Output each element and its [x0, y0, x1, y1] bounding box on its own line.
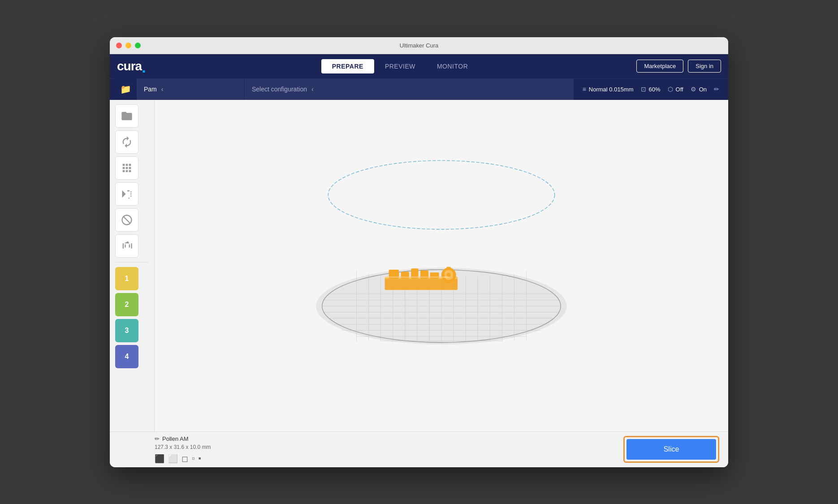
maximize-button[interactable]	[135, 43, 141, 48]
scale-tool[interactable]	[115, 156, 138, 180]
app-logo: cura.	[117, 59, 146, 73]
minimize-button[interactable]	[125, 43, 131, 48]
adhesion-setting[interactable]: ⚙ On	[691, 86, 707, 93]
printer-section[interactable]: Pam ‹	[137, 79, 244, 100]
folder-section[interactable]: 📁	[114, 78, 137, 100]
material-4[interactable]: 4	[115, 345, 138, 368]
svg-rect-39	[441, 273, 445, 277]
object-tools: ⬛ ⬜ ◻ ▫ ▪	[155, 454, 211, 464]
left-sidebar: 1 2 3 4	[110, 100, 155, 431]
object-name-text: Pollen AM	[162, 435, 189, 442]
rotate-tool-icon[interactable]: ◻	[181, 454, 188, 464]
svg-rect-40	[453, 273, 456, 277]
viewport[interactable]	[155, 100, 728, 431]
nav-tabs: PREPARE PREVIEW MONITOR	[164, 59, 637, 73]
quality-icon: ≡	[583, 86, 586, 93]
svg-point-36	[447, 273, 451, 277]
infill-icon: ⊡	[641, 86, 646, 93]
adhesion-label: On	[699, 86, 707, 93]
open-file-tool[interactable]	[115, 104, 138, 128]
sidebar-divider	[115, 262, 149, 263]
close-button[interactable]	[116, 43, 122, 48]
signin-button[interactable]: Sign in	[688, 60, 721, 73]
object-name-row: ✏ Pollen AM	[155, 435, 211, 442]
material-4-label: 4	[125, 353, 129, 361]
window-title: Ultimaker Cura	[400, 42, 439, 49]
toolbar: 📁 Pam ‹ Select configuration ‹ ≡ Normal …	[110, 78, 728, 100]
printer-chevron: ‹	[161, 86, 164, 93]
tab-preview[interactable]: PREVIEW	[374, 59, 426, 73]
quality-setting[interactable]: ≡ Normal 0.015mm	[583, 86, 634, 93]
slice-button[interactable]: Slice	[626, 439, 716, 460]
support-blocker-tool[interactable]	[115, 208, 138, 232]
support-icon: ⬡	[668, 86, 673, 93]
duplicate-tool-icon[interactable]: ▪	[198, 454, 201, 463]
settings-edit-icon[interactable]: ✏	[714, 86, 719, 93]
svg-point-0	[328, 160, 554, 229]
scale-tool-icon[interactable]: ⬜	[168, 454, 178, 464]
traffic-lights	[116, 43, 141, 48]
config-text: Select configuration	[252, 86, 307, 93]
support-label: Off	[676, 86, 683, 93]
svg-rect-37	[447, 267, 451, 270]
settings-section: ≡ Normal 0.015mm ⊡ 60% ⬡ Off ⚙ On ✏	[574, 86, 728, 93]
config-chevron: ‹	[311, 86, 314, 93]
config-section[interactable]: Select configuration ‹	[244, 79, 574, 100]
printer-name: Pam	[144, 86, 157, 93]
tab-prepare[interactable]: PREPARE	[321, 59, 374, 73]
infill-label: 60%	[649, 86, 661, 93]
material-2[interactable]: 2	[115, 293, 138, 316]
viewport-svg	[155, 100, 728, 431]
main-content: 1 2 3 4	[110, 100, 728, 431]
edit-pencil-icon: ✏	[155, 435, 160, 442]
slice-button-wrapper: Slice	[623, 436, 719, 463]
material-2-label: 2	[125, 301, 129, 309]
group-tool[interactable]	[115, 234, 138, 258]
svg-rect-38	[447, 280, 451, 283]
nav-right: Marketplace Sign in	[636, 60, 721, 73]
rotate-tool[interactable]	[115, 130, 138, 154]
infill-setting[interactable]: ⊡ 60%	[641, 86, 661, 93]
object-info: ✏ Pollen AM 127.3 x 31.6 x 10.0 mm ⬛ ⬜ ◻…	[155, 435, 211, 464]
material-1-label: 1	[125, 275, 129, 283]
mirror-tool[interactable]	[115, 182, 138, 206]
object-dimensions: 127.3 x 31.6 x 10.0 mm	[155, 444, 211, 450]
title-bar: Ultimaker Cura	[110, 37, 728, 54]
material-1[interactable]: 1	[115, 267, 138, 290]
support-setting[interactable]: ⬡ Off	[668, 86, 683, 93]
folder-icon: 📁	[120, 84, 131, 95]
marketplace-button[interactable]: Marketplace	[636, 60, 683, 73]
svg-rect-41	[385, 276, 449, 278]
slice-area: Slice	[623, 436, 719, 463]
mirror-tool-icon[interactable]: ▫	[192, 454, 194, 463]
top-nav: cura. PREPARE PREVIEW MONITOR Marketplac…	[110, 54, 728, 78]
tab-monitor[interactable]: MONITOR	[426, 59, 479, 73]
adhesion-icon: ⚙	[691, 86, 696, 93]
material-3[interactable]: 3	[115, 319, 138, 342]
move-tool-icon[interactable]: ⬛	[155, 454, 164, 464]
quality-label: Normal 0.015mm	[589, 86, 634, 93]
bottom-bar: ✏ Pollen AM 127.3 x 31.6 x 10.0 mm ⬛ ⬜ ◻…	[110, 431, 728, 467]
app-window: Ultimaker Cura cura. PREPARE PREVIEW MON…	[110, 37, 728, 467]
material-3-label: 3	[125, 327, 129, 335]
